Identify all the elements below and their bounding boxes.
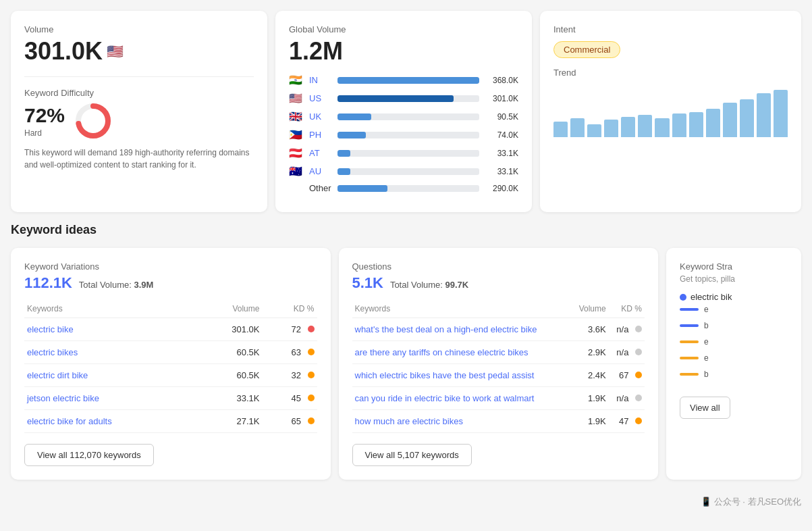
variations-total-value: 3.9M [134, 280, 154, 290]
bar-row: Other 290.0K [289, 183, 518, 193]
kw-volume: 301.0K [198, 318, 263, 341]
strategy-label: Keyword Stra [680, 261, 788, 272]
strategy-main-label: electric bik [691, 292, 732, 302]
trend-bar-item [740, 99, 754, 137]
stra-line [680, 324, 699, 327]
trend-bar-item [587, 124, 601, 137]
kw-link[interactable]: how much are electric bikes [355, 416, 463, 426]
kw-kd: 63 [262, 341, 317, 364]
strategy-sublabel: Get topics, pilla [680, 274, 788, 284]
kd-dot [308, 395, 315, 401]
bar-fill [337, 132, 366, 138]
bar-track [337, 113, 479, 120]
stra-line [680, 357, 699, 359]
bar-code: AT [309, 148, 332, 158]
kw-kd: n/a [609, 341, 645, 364]
variations-count: 112.1K [24, 274, 72, 291]
section-title: Keyword ideas [11, 223, 801, 237]
variations-panel: Keyword Variations 112.1K Total Volume: … [11, 248, 331, 480]
bar-code: AU [309, 166, 332, 176]
trend-bar-item [604, 120, 618, 137]
bar-flag: 🇮🇳 [289, 74, 304, 86]
bar-value: 90.5K [485, 112, 518, 122]
bar-fill [337, 168, 350, 175]
strategy-main-dot [680, 294, 686, 301]
global-volume-card: Global Volume 1.2M 🇮🇳 IN 368.0K 🇺🇸 US 30… [275, 11, 532, 212]
bar-row: 🇬🇧 UK 90.5K [289, 110, 518, 123]
bar-value: 368.0K [485, 76, 518, 85]
kd-description: This keyword will demand 189 high-author… [24, 147, 254, 171]
kw-kd: 67 [609, 364, 645, 387]
kw-volume: 33.1K [198, 387, 263, 410]
kd-dot [308, 326, 315, 332]
kw-kd: 47 [609, 410, 645, 433]
table-row: which electric bikes have the best pedal… [352, 364, 645, 387]
kd-label: Keyword Difficulty [24, 88, 254, 98]
kw-link[interactable]: which electric bikes have the best pedal… [355, 370, 535, 380]
kd-value: 72% [24, 104, 65, 127]
kw-kd: 45 [262, 387, 317, 410]
kw-link[interactable]: electric bike for adults [27, 416, 112, 426]
bar-value: 74.0K [485, 130, 518, 140]
col-volume-v: Volume [198, 300, 263, 318]
intent-label: Intent [553, 24, 788, 34]
bar-code: US [309, 93, 332, 103]
questions-total-value: 99.7K [445, 280, 469, 290]
kw-link[interactable]: electric bikes [27, 347, 78, 357]
intent-badge: Commercial [553, 41, 620, 58]
kd-dot [308, 349, 315, 355]
trend-bars [553, 83, 788, 137]
kw-volume: 27.1K [198, 410, 263, 433]
view-all-strategy[interactable]: View all [680, 397, 730, 419]
table-row: how much are electric bikes 1.9K 47 [352, 410, 645, 433]
bar-code: IN [309, 75, 332, 85]
col-volume-q: Volume [571, 300, 609, 318]
kw-kd: 72 [262, 318, 317, 341]
kw-volume: 1.9K [571, 410, 609, 433]
bar-value: 33.1K [485, 149, 518, 158]
stra-text: e [704, 353, 709, 363]
kw-link[interactable]: what's the best deal on a high-end elect… [355, 324, 537, 334]
bar-flag: 🇬🇧 [289, 110, 304, 123]
bar-code: UK [309, 111, 332, 122]
bar-value: 290.0K [485, 184, 518, 193]
bar-flag: 🇵🇭 [289, 128, 304, 141]
trend-bar-item [689, 112, 703, 137]
global-value: 1.2M [289, 37, 518, 66]
view-all-questions[interactable]: View all 5,107 keywords [352, 444, 472, 466]
bar-row: 🇵🇭 PH 74.0K [289, 128, 518, 141]
bar-fill [337, 185, 387, 192]
kd-dot [635, 372, 642, 378]
questions-panel: Questions 5.1K Total Volume: 99.7K Keywo… [339, 248, 659, 480]
view-all-variations[interactable]: View all 112,070 keywords [24, 444, 154, 466]
trend-bar-item [672, 113, 686, 137]
bar-track [337, 185, 479, 192]
kw-link[interactable]: electric bike [27, 324, 74, 334]
variations-total: Total Volume: 3.9M [79, 280, 154, 290]
watermark: 📱 公众号 · 若凡SEO优化 [0, 490, 812, 513]
volume-value: 301.0K 🇺🇸 [24, 37, 254, 66]
trend-label: Trend [553, 68, 788, 78]
bar-flag: 🇦🇹 [289, 147, 304, 159]
wechat-icon: 📱 [701, 497, 711, 507]
bar-value: 301.0K [485, 94, 518, 103]
trend-bar-item [723, 103, 737, 137]
strategy-item: b [680, 370, 788, 379]
kd-section: 72% Hard [24, 101, 254, 141]
kw-link[interactable]: are there any tariffs on chinese electri… [355, 347, 529, 357]
questions-total: Total Volume: 99.7K [390, 280, 468, 290]
trend-bar-item [774, 90, 788, 137]
kw-link[interactable]: jetson electric bike [27, 393, 99, 403]
bar-flag: 🇺🇸 [289, 92, 304, 105]
kw-link[interactable]: can you ride in electric bike to work at… [355, 393, 535, 403]
table-row: jetson electric bike 33.1K 45 [24, 387, 317, 410]
bar-code: PH [309, 130, 332, 140]
strategy-items: e b e e b [680, 305, 788, 379]
stra-text: b [704, 321, 709, 330]
trend-bar-item [706, 109, 720, 137]
kd-dot [635, 349, 642, 355]
bar-track [337, 95, 479, 102]
table-row: electric bike for adults 27.1K 65 [24, 410, 317, 433]
kw-volume: 60.5K [198, 341, 263, 364]
kw-link[interactable]: electric dirt bike [27, 370, 88, 380]
